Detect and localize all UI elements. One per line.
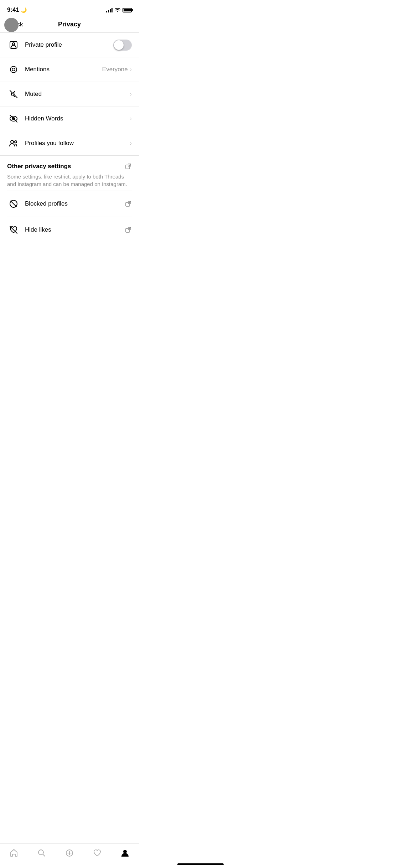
blocked-profiles-row[interactable]: Blocked profiles — [7, 191, 132, 217]
page-title: Privacy — [58, 21, 81, 28]
mentions-row[interactable]: Mentions Everyone › — [0, 57, 139, 82]
muted-icon — [7, 88, 20, 100]
mentions-label: Mentions — [25, 66, 50, 73]
hide-likes-icon — [7, 223, 20, 236]
hide-likes-row[interactable]: Hide likes — [7, 217, 132, 243]
blocked-profiles-label: Blocked profiles — [25, 200, 68, 207]
muted-chevron-icon: › — [130, 91, 132, 97]
profiles-follow-row[interactable]: Profiles you follow › — [0, 131, 139, 155]
battery-icon — [123, 8, 132, 12]
profiles-chevron-icon: › — [130, 140, 132, 146]
hide-likes-external-icon — [125, 226, 132, 233]
mentions-chevron-icon: › — [130, 66, 132, 73]
mentions-icon — [7, 63, 20, 76]
profiles-icon — [7, 137, 20, 150]
moon-icon: 🌙 — [21, 7, 27, 13]
other-privacy-title: Other privacy settings — [7, 163, 71, 170]
hide-likes-label: Hide likes — [25, 226, 51, 233]
nav-bar: ‹ Back Privacy — [0, 18, 139, 32]
svg-point-3 — [12, 68, 15, 71]
svg-point-1 — [12, 43, 15, 45]
other-privacy-description: Some settings, like restrict, apply to b… — [7, 173, 132, 188]
muted-label: Muted — [25, 91, 42, 98]
blocked-external-icon — [125, 200, 132, 207]
svg-point-8 — [11, 140, 14, 143]
settings-section: Private profile Mentions Everyone › — [0, 33, 139, 155]
private-profile-label: Private profile — [25, 41, 62, 48]
muted-row[interactable]: Muted › — [0, 82, 139, 107]
hidden-words-row[interactable]: Hidden Words › — [0, 107, 139, 131]
status-bar: 9:41 🌙 — [0, 0, 139, 18]
hidden-words-label: Hidden Words — [25, 115, 63, 122]
mentions-value: Everyone — [102, 66, 128, 73]
signal-icon — [106, 7, 113, 12]
status-time: 9:41 🌙 — [7, 6, 27, 14]
blocked-icon — [7, 197, 20, 210]
private-profile-row[interactable]: Private profile — [0, 33, 139, 57]
scroll-indicator — [4, 18, 19, 32]
profiles-follow-label: Profiles you follow — [25, 140, 74, 147]
private-profile-icon — [7, 38, 20, 51]
wifi-icon — [115, 8, 120, 12]
private-profile-toggle[interactable] — [113, 40, 132, 51]
svg-point-9 — [15, 141, 17, 143]
hidden-words-icon — [7, 112, 20, 125]
hidden-words-chevron-icon: › — [130, 115, 132, 122]
svg-line-13 — [11, 201, 16, 207]
other-privacy-section: Other privacy settings Some settings, li… — [0, 155, 139, 243]
external-link-icon[interactable] — [125, 163, 132, 170]
status-icons — [106, 7, 132, 12]
